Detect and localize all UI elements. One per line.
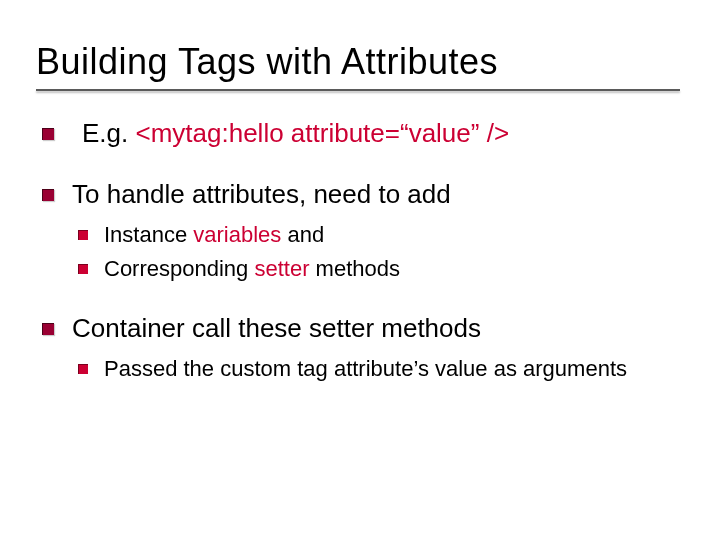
- list-item: Container call these setter methods Pass…: [36, 312, 680, 384]
- list-accent: variables: [193, 222, 281, 247]
- list-text: Corresponding: [104, 256, 254, 281]
- list-accent: setter: [254, 256, 309, 281]
- bullet-sublist: Instance variables and Corresponding set…: [72, 220, 680, 283]
- page-title: Building Tags with Attributes: [36, 40, 680, 83]
- bullet-sublist: Passed the custom tag attribute’s value …: [72, 354, 680, 384]
- list-text: To handle attributes, need to add: [72, 179, 451, 209]
- list-text: and: [281, 222, 324, 247]
- list-text: methods: [309, 256, 400, 281]
- list-item: To handle attributes, need to add Instan…: [36, 178, 680, 284]
- list-item: Corresponding setter methods: [72, 254, 680, 284]
- list-text: E.g.: [72, 118, 135, 148]
- list-accent: <mytag:hello attribute=“value” />: [135, 118, 509, 148]
- list-text: Passed the custom tag attribute’s value …: [104, 356, 627, 381]
- list-text: Container call these setter methods: [72, 313, 481, 343]
- list-item: Passed the custom tag attribute’s value …: [72, 354, 680, 384]
- list-item: Instance variables and: [72, 220, 680, 250]
- bullet-list: E.g. <mytag:hello attribute=“value” /> T…: [36, 117, 680, 384]
- list-item: E.g. <mytag:hello attribute=“value” />: [36, 117, 680, 150]
- list-text: Instance: [104, 222, 193, 247]
- slide: Building Tags with Attributes E.g. <myta…: [0, 0, 720, 540]
- title-underline: [36, 89, 680, 91]
